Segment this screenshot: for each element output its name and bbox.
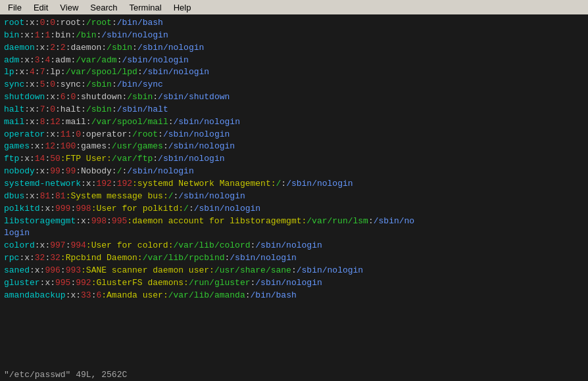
terminal-line: lp:x:4:7:lp:/var/spool/lpd:/sbin/nologin — [4, 66, 584, 79]
terminal-line: gluster:x:995:992:GlusterFS daemons:/run… — [4, 277, 584, 290]
terminal-line: shutdown:x:6:0:shutdown:/sbin:/sbin/shut… — [4, 91, 584, 104]
terminal-content: root:x:0:0:root:/root:/bin/bashbin:x:1:1… — [0, 14, 588, 369]
terminal-line: ftp:x:14:50:FTP User:/var/ftp:/sbin/nolo… — [4, 153, 584, 166]
terminal-line: login — [4, 227, 584, 240]
menu-item-file[interactable]: File — [3, 1, 27, 14]
terminal-line: saned:x:996:993:SANE scanner daemon user… — [4, 265, 584, 277]
menu-item-search[interactable]: Search — [85, 1, 122, 14]
terminal-line: libstoragemgmt:x:998:995:daemon account … — [4, 215, 584, 228]
terminal-line: daemon:x:2:2:daemon:/sbin:/sbin/nologin — [4, 42, 584, 55]
terminal-line: halt:x:7:0:halt:/sbin:/sbin/halt — [4, 104, 584, 116]
menu-item-edit[interactable]: Edit — [28, 1, 53, 14]
menu-item-terminal[interactable]: Terminal — [124, 1, 167, 14]
menu-bar: FileEditViewSearchTerminalHelp — [0, 0, 588, 14]
terminal-line: nobody:x:99:99:Nobody:/:/sbin/nologin — [4, 166, 584, 178]
terminal-line: root:x:0:0:root:/root:/bin/bash — [4, 17, 584, 30]
menu-item-help[interactable]: Help — [168, 1, 197, 14]
terminal-line: amandabackup:x:33:6:Amanda user:/var/lib… — [4, 290, 584, 302]
terminal-line: sync:x:5:0:sync:/sbin:/bin/sync — [4, 79, 584, 91]
terminal-line: games:x:12:100:games:/usr/games:/sbin/no… — [4, 141, 584, 153]
status-text: "/etc/passwd" 49L, 2562C — [4, 370, 127, 380]
terminal-line: dbus:x:81:81:System message bus:/:/sbin/… — [4, 190, 584, 203]
terminal-line: polkitd:x:999:998:User for polkitd:/:/sb… — [4, 203, 584, 215]
terminal-line: mail:x:8:12:mail:/var/spool/mail:/sbin/n… — [4, 116, 584, 129]
status-bar: "/etc/passwd" 49L, 2562C — [0, 369, 588, 381]
terminal-line: colord:x:997:994:User for colord:/var/li… — [4, 240, 584, 252]
menu-item-view[interactable]: View — [55, 1, 84, 14]
terminal-line: adm:x:3:4:adm:/var/adm:/sbin/nologin — [4, 55, 584, 67]
terminal-line: bin:x:1:1:bin:/bin:/sbin/nologin — [4, 30, 584, 42]
terminal-line: operator:x:11:0:operator:/root:/sbin/nol… — [4, 129, 584, 141]
terminal-line: systemd-network:x:192:192:systemd Networ… — [4, 178, 584, 190]
terminal-line: rpc:x:32:32:Rpcbind Daemon:/var/lib/rpcb… — [4, 252, 584, 265]
